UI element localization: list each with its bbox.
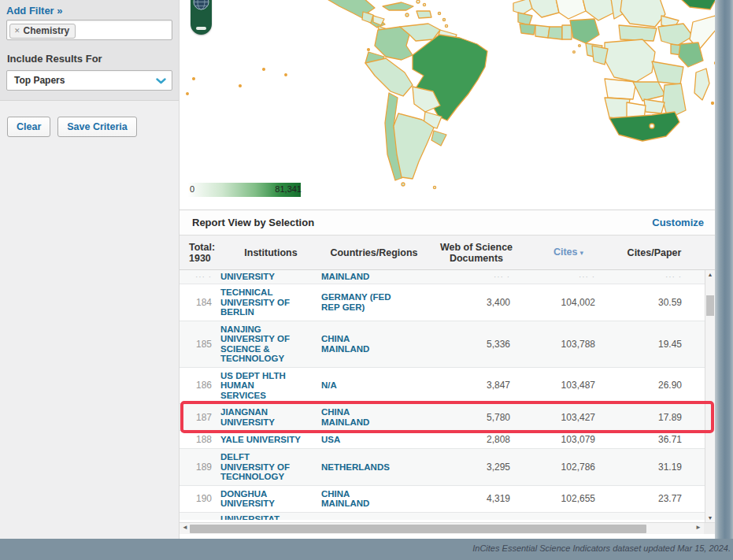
row-docs: 5,336 (427, 339, 526, 350)
row-country[interactable]: GERMANY (FED REP GER) (321, 292, 427, 312)
row-docs: 2,808 (427, 434, 526, 445)
row-docs (427, 271, 526, 282)
row-institution[interactable]: NANJING UNIVERSITY OF SCIENCE & TECHNOLO… (220, 325, 321, 364)
row-cites: 102,786 (526, 462, 611, 473)
table-row[interactable]: 185 NANJING UNIVERSITY OF SCIENCE & TECH… (180, 321, 705, 368)
table-body: UNIVERSITY MAINLAND 184 TECHNICAL UNIVER… (180, 270, 715, 522)
dataset-update-note: InCites Essential Science Indicators dat… (472, 543, 731, 553)
map-legend: 0 81,341 (188, 183, 314, 197)
scroll-left-arrow[interactable]: ◄ (182, 524, 188, 531)
zoom-out-button[interactable] (196, 27, 206, 30)
row-cpp (611, 271, 698, 282)
map-zoom-control[interactable] (191, 0, 212, 35)
row-cites: 104,002 (526, 297, 611, 308)
row-docs: 3,400 (427, 297, 526, 308)
row-docs: 4,319 (427, 493, 526, 504)
row-country[interactable]: CHINA MAINLAND (321, 407, 427, 427)
row-cites: 103,427 (526, 412, 611, 423)
globe-icon[interactable] (193, 0, 209, 10)
row-cites: 103,788 (526, 339, 611, 350)
table-row[interactable]: 190 DONGHUA UNIVERSITY CHINA MAINLAND 4,… (180, 486, 705, 513)
partial-bottom-row[interactable]: UNIVERSITAT (180, 513, 705, 520)
row-cpp: 31.19 (611, 462, 698, 473)
scroll-down-arrow[interactable]: ▼ (705, 515, 715, 521)
scroll-up-arrow[interactable]: ▲ (705, 272, 715, 277)
row-rank: 188 (183, 434, 220, 445)
main-content: 0 81,341 Report View by Selection Custom… (180, 0, 715, 539)
filter-input[interactable]: ✕ Chemistry (6, 20, 172, 40)
report-view-title: Report View by Selection (192, 217, 314, 228)
filter-section: Add Filter » ✕ Chemistry Include Results… (0, 0, 179, 101)
row-country[interactable]: USA (321, 435, 427, 445)
row-cites: 102,655 (526, 493, 611, 504)
table-row[interactable]: 189 DELFT UNIVERSITY OF TECHNOLOGY NETHE… (180, 449, 705, 486)
criteria-actions: Clear Save Criteria (0, 101, 179, 137)
table-horizontal-scrollbar[interactable]: ◄ ► (180, 522, 715, 534)
column-header-total: Total:1930 (183, 242, 220, 264)
customize-link[interactable]: Customize (652, 217, 704, 228)
row-country[interactable]: CHINA MAINLAND (321, 489, 427, 509)
row-cpp: 23.77 (611, 493, 698, 504)
row-institution[interactable]: DONGHUA UNIVERSITY (220, 489, 321, 509)
include-results-label: Include Results For (7, 53, 172, 65)
row-institution[interactable]: UNIVERSITAT (220, 514, 321, 520)
legend-min-value: 0 (190, 184, 194, 194)
row-country[interactable]: MAINLAND (321, 272, 427, 282)
row-rank (183, 271, 220, 282)
incites-screen: Add Filter » ✕ Chemistry Include Results… (0, 0, 733, 560)
world-map[interactable]: 0 81,341 (180, 0, 715, 210)
row-rank: 190 (183, 493, 220, 504)
row-rank: 186 (183, 380, 220, 391)
filter-chip-label: Chemistry (24, 25, 70, 36)
column-header-institutions: Institutions (220, 247, 321, 258)
sort-caret-icon: ▾ (580, 249, 584, 257)
row-institution[interactable]: DELFT UNIVERSITY OF TECHNOLOGY (220, 452, 321, 482)
row-rank: 184 (183, 297, 220, 308)
row-institution[interactable]: TECHNICAL UNIVERSITY OF BERLIN (220, 287, 321, 317)
table-row[interactable]: 184 TECHNICAL UNIVERSITY OF BERLIN GERMA… (180, 284, 705, 321)
results-type-select[interactable]: Top Papers (6, 70, 172, 91)
scroll-right-arrow[interactable]: ► (695, 524, 702, 531)
row-cpp: 36.71 (611, 434, 698, 445)
row-docs: 5,780 (427, 412, 526, 423)
row-cites: 103,487 (526, 380, 611, 391)
add-filter-link[interactable]: Add Filter » (6, 5, 63, 17)
table-vertical-scrollbar[interactable]: ▲ ▼ (705, 270, 715, 522)
clear-button[interactable]: Clear (7, 117, 50, 137)
filter-sidebar: Add Filter » ✕ Chemistry Include Results… (0, 0, 180, 539)
save-criteria-button[interactable]: Save Criteria (57, 117, 136, 137)
table-row[interactable]: 188 YALE UNIVERSITY USA 2,808 103,079 36… (180, 431, 705, 449)
remove-filter-icon[interactable]: ✕ (14, 27, 20, 35)
column-header-cites[interactable]: Cites▾ (526, 247, 611, 258)
legend-max-value: 81,341 (275, 184, 302, 194)
row-cpp: 17.89 (611, 412, 698, 423)
horizontal-scroll-thumb[interactable] (190, 525, 646, 533)
filter-chip-chemistry[interactable]: ✕ Chemistry (9, 24, 76, 39)
vertical-scroll-thumb[interactable] (706, 295, 714, 316)
row-cpp: 26.90 (611, 380, 698, 391)
row-cites: 103,079 (526, 434, 611, 445)
row-institution[interactable]: UNIVERSITY (220, 272, 321, 282)
report-header-bar: Report View by Selection Customize (180, 210, 715, 235)
row-rank: 189 (183, 462, 220, 473)
partial-top-row[interactable]: UNIVERSITY MAINLAND (180, 270, 705, 284)
row-institution[interactable]: JIANGNAN UNIVERSITY (220, 407, 321, 427)
table-row[interactable]: 186 US DEPT HLTH HUMAN SERVICES N/A 3,84… (180, 368, 705, 405)
row-cites (526, 271, 611, 282)
row-institution[interactable]: YALE UNIVERSITY (220, 435, 321, 445)
row-institution[interactable]: US DEPT HLTH HUMAN SERVICES (220, 371, 321, 401)
row-docs: 3,295 (427, 462, 526, 473)
choropleth-map[interactable] (180, 0, 715, 210)
table-header: Total:1930 Institutions Countries/Region… (180, 235, 715, 270)
row-country[interactable]: CHINA MAINLAND (321, 334, 427, 354)
row-country[interactable]: NETHERLANDS (321, 462, 427, 473)
chevron-down-icon (156, 78, 166, 84)
row-country[interactable]: N/A (321, 380, 427, 391)
row-cpp: 30.59 (611, 297, 698, 308)
results-type-value: Top Papers (14, 75, 65, 86)
window-edge-scrollbar[interactable] (715, 0, 733, 539)
table-row[interactable]: 187 JIANGNAN UNIVERSITY CHINA MAINLAND 5… (180, 404, 705, 431)
row-docs: 3,847 (427, 380, 526, 391)
column-header-cites-per-paper: Cites/Paper (611, 247, 698, 258)
column-header-countries: Countries/Regions (321, 247, 427, 258)
